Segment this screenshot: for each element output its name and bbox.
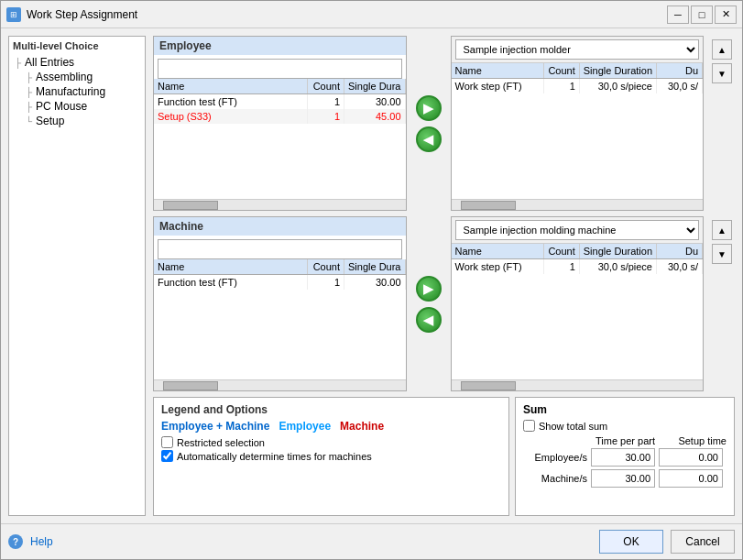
sum-machine-setup-time[interactable]: 0.00 [659, 469, 723, 488]
legend-labels: Employee + Machine Employee Machine [161, 420, 501, 433]
sidebar-item-manufacturing[interactable]: ├ Manufacturing [13, 84, 141, 99]
machine-search-input[interactable] [158, 239, 402, 259]
auto-determine-checkbox[interactable] [161, 450, 173, 462]
machr-col-count: Count [544, 244, 579, 259]
sum-section: Sum Show total sum Time per part Setup t… [515, 397, 735, 516]
move-left-button[interactable]: ◀ [416, 126, 442, 152]
move-right-button[interactable]: ▶ [416, 95, 442, 121]
machr-row1-count: 1 [544, 259, 579, 275]
bottom-bar: ? Help OK Cancel [1, 523, 742, 559]
emp-col-count: Count [308, 79, 344, 94]
empr-row1-name: Work step (FT) [452, 79, 544, 94]
emp-nav-down-button[interactable]: ▼ [712, 63, 732, 83]
empr-row1-duration: 30,0 s/piece [579, 79, 656, 94]
table-row[interactable]: Work step (FT) 1 30,0 s/piece 30,0 s/ [452, 259, 703, 275]
emp-row1-name: Function test (FT) [154, 94, 308, 110]
col-setup-time: Setup time [662, 435, 727, 446]
legend-section: Legend and Options Employee + Machine Em… [153, 397, 509, 516]
emp-row2-value: 45.00 [344, 109, 405, 124]
machine-right-table-scroll[interactable]: Name Count Single Duration Du Work step … [452, 244, 704, 379]
employee-table-scroll[interactable]: Name Count Single Dura Function test (FT… [154, 79, 406, 199]
mach-nav-up-button[interactable]: ▲ [712, 220, 732, 240]
tree-line-icon: ├ [26, 87, 32, 97]
emp-nav-up-button[interactable]: ▲ [712, 39, 732, 60]
auto-determine-row: Automatically determine times for machin… [161, 450, 501, 462]
sidebar: Multi-level Choice ├ All Entries ├ Assem… [8, 36, 146, 516]
machine-table-scroll[interactable]: Name Count Single Dura Function test (FT… [154, 259, 406, 379]
table-row[interactable]: Setup (S33) 1 45.00 [154, 109, 405, 124]
table-row[interactable]: Function test (FT) 1 30.00 [154, 94, 405, 110]
help-link[interactable]: Help [30, 535, 53, 548]
employee-machine-dropdown[interactable]: Sample injection molder [455, 39, 700, 60]
mach-nav-down-button[interactable]: ▼ [712, 244, 732, 264]
machr-row1-du: 30,0 s/ [657, 259, 703, 275]
employee-right-panel: Sample injection molder Name Count Singl… [451, 36, 705, 211]
employee-left-panel: Employee Name Count Single Dura [153, 36, 407, 211]
machine-move-right-button[interactable]: ▶ [416, 276, 442, 302]
empr-col-name: Name [452, 63, 544, 79]
show-total-sum-checkbox[interactable] [523, 420, 535, 432]
close-button[interactable]: ✕ [715, 5, 737, 24]
machine-arrow-panel: ▶ ◀ [412, 216, 445, 391]
legend-label-emp: Employee [279, 420, 331, 433]
mach-row1-count: 1 [308, 275, 344, 291]
legend-label-emp-machine: Employee + Machine [161, 420, 269, 433]
table-row[interactable]: Work step (FT) 1 30,0 s/piece 30,0 s/ [452, 79, 703, 94]
machine-scrollbar[interactable] [154, 379, 406, 390]
machr-row1-name: Work step (FT) [452, 259, 544, 275]
emp-row2-count: 1 [308, 109, 344, 124]
window-controls: ─ □ ✕ [667, 5, 737, 24]
mach-col-count: Count [308, 259, 344, 275]
sum-employee-time-per-part[interactable]: 30.00 [591, 448, 655, 467]
mach-col-duration: Single Dura [344, 259, 405, 275]
employee-table: Name Count Single Dura Function test (FT… [154, 79, 406, 124]
employee-scrollbar[interactable] [154, 199, 406, 210]
tree-line-icon: └ [26, 116, 32, 126]
maximize-button[interactable]: □ [691, 5, 713, 24]
machine-table: Name Count Single Dura Function test (FT… [154, 259, 406, 290]
machine-move-left-button[interactable]: ◀ [416, 307, 442, 333]
main-content: Multi-level Choice ├ All Entries ├ Assem… [1, 28, 742, 523]
restricted-selection-row: Restricted selection [161, 436, 501, 448]
machine-right-panel: Sample injection molding machine Name Co… [451, 216, 705, 391]
sum-employee-row: Employee/s 30.00 0.00 [523, 448, 727, 467]
table-row[interactable]: Function test (FT) 1 30.00 [154, 275, 405, 291]
scrollbar-thumb [163, 381, 218, 390]
empr-col-du: Du [657, 63, 703, 79]
machr-col-du: Du [657, 244, 703, 259]
sum-machine-row: Machine/s 30.00 0.00 [523, 469, 727, 488]
machr-row1-duration: 30,0 s/piece [579, 259, 656, 275]
sidebar-item-assembling[interactable]: ├ Assembling [13, 70, 141, 84]
emp-col-name: Name [154, 79, 308, 94]
sidebar-item-pc-mouse[interactable]: ├ PC Mouse [13, 99, 141, 114]
sidebar-item-all-entries[interactable]: ├ All Entries [13, 55, 141, 70]
minimize-button[interactable]: ─ [667, 5, 689, 24]
show-total-sum-row: Show total sum [523, 420, 727, 432]
legend-label-machine: Machine [340, 420, 384, 433]
machine-left-panel: Machine Name Count Single Dura [153, 216, 407, 391]
sum-machine-time-per-part[interactable]: 30.00 [591, 469, 655, 488]
machr-col-name: Name [452, 244, 544, 259]
sum-employee-setup-time[interactable]: 0.00 [659, 448, 723, 467]
machine-dropdown[interactable]: Sample injection molding machine [455, 220, 700, 240]
machine-nav-panel: ▲ ▼ [709, 216, 735, 391]
main-window: ⊞ Work Step Assignment ─ □ ✕ Multi-level… [0, 0, 743, 560]
ok-button[interactable]: OK [599, 530, 663, 554]
machine-row: Machine Name Count Single Dura [153, 216, 735, 391]
empr-col-duration: Single Duration [579, 63, 656, 79]
machine-dropdown-row: Sample injection molding machine [452, 217, 704, 244]
employee-right-scrollbar[interactable] [452, 199, 704, 210]
machine-right-scrollbar[interactable] [452, 379, 704, 390]
cancel-button[interactable]: Cancel [671, 530, 735, 554]
employee-search-input[interactable] [158, 59, 402, 79]
employee-right-table-scroll[interactable]: Name Count Single Duration Du Work step … [452, 63, 704, 199]
sum-employee-label: Employee/s [523, 452, 587, 463]
empr-row1-du: 30,0 s/ [657, 79, 703, 94]
scrollbar-thumb [163, 201, 218, 210]
employee-arrow-panel: ▶ ◀ [412, 36, 445, 211]
emp-row1-count: 1 [308, 94, 344, 110]
tree-line-icon: ├ [26, 72, 32, 82]
restricted-selection-checkbox[interactable] [161, 436, 173, 448]
mach-row1-value: 30.00 [344, 275, 405, 291]
sidebar-item-setup[interactable]: └ Setup [13, 114, 141, 128]
